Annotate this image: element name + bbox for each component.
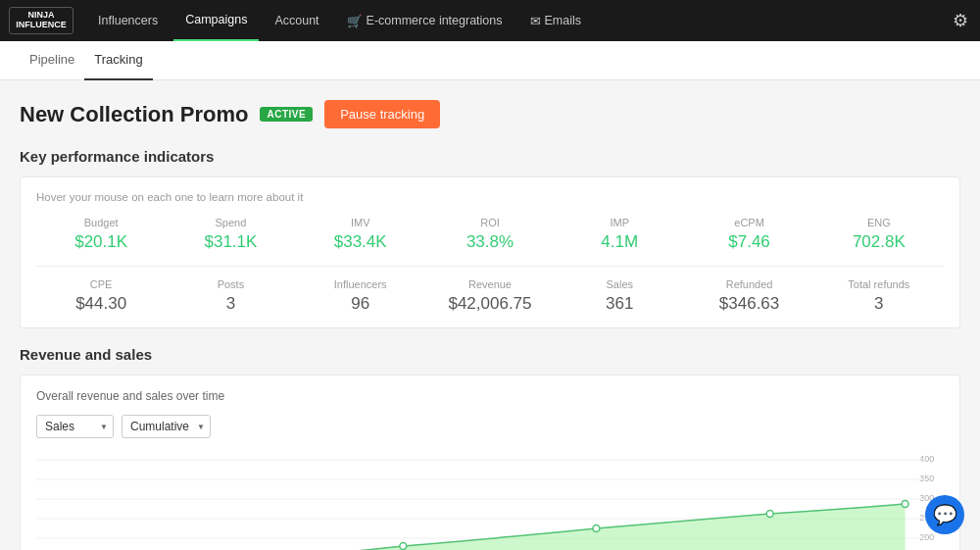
kpi-imv-value: $33.4K — [296, 232, 425, 252]
revenue-chart: 400 350 300 250 200 150 100 50 — [36, 450, 944, 550]
kpi-ecpm-value: $7.46 — [684, 232, 813, 252]
kpi-budget-value: $20.1K — [36, 232, 166, 252]
kpi-imv[interactable]: IMV $33.4K — [296, 217, 425, 252]
metric-select[interactable]: Sales Revenue — [36, 415, 114, 438]
kpi-ecpm-label: eCPM — [684, 217, 813, 228]
kpi-revenue-label: Revenue — [425, 278, 555, 290]
nav-account-label: Account — [274, 14, 318, 27]
kpi-budget-label: Budget — [36, 217, 166, 228]
kpi-influencers-value: 96 — [296, 294, 425, 314]
page-title: New Collection Promo — [20, 102, 248, 127]
revenue-section-title: Revenue and sales — [20, 346, 960, 363]
metric-select-wrapper: Sales Revenue — [36, 415, 114, 438]
chart-container: 400 350 300 250 200 150 100 50 — [36, 450, 944, 550]
svg-text:400: 400 — [919, 454, 934, 464]
kpi-ecpm[interactable]: eCPM $7.46 — [684, 217, 813, 252]
kpi-total-refunds-value: 3 — [814, 294, 944, 314]
kpi-revenue-value: $42,006.75 — [425, 294, 555, 314]
kpi-refunded-label: Refunded — [684, 278, 813, 290]
kpi-section: Key performance indicators Hover your mo… — [20, 148, 960, 328]
kpi-roi-value: 33.8% — [425, 232, 555, 252]
kpi-influencers[interactable]: Influencers 96 — [296, 278, 425, 314]
nav-emails[interactable]: ✉ Emails — [518, 0, 594, 41]
chat-icon: 💬 — [933, 503, 957, 526]
kpi-posts-label: Posts — [166, 278, 295, 290]
nav-ecommerce-label: E-commerce integrations — [367, 14, 503, 27]
kpi-sales-value: 361 — [555, 294, 684, 314]
tab-pipeline[interactable]: Pipeline — [20, 41, 84, 80]
email-icon: ✉ — [530, 14, 541, 28]
nav-campaigns-label: Campaigns — [185, 13, 247, 26]
nav-ecommerce[interactable]: 🛒 E-commerce integrations — [335, 0, 514, 41]
kpi-imp[interactable]: IMP 4.1M — [555, 217, 684, 252]
kpi-roi[interactable]: ROI 33.8% — [425, 217, 555, 252]
main-nav: Influencers Campaigns Account 🛒 E-commer… — [86, 0, 953, 41]
chart-controls: Sales Revenue Cumulative Daily — [36, 415, 944, 438]
top-navigation: NINJAINFLUENCE Influencers Campaigns Acc… — [0, 0, 980, 41]
kpi-total-refunds-label: Total refunds — [814, 278, 944, 290]
svg-text:350: 350 — [919, 474, 934, 483]
kpi-eng-label: ENG — [814, 217, 944, 228]
kpi-row-2: CPE $44.30 Posts 3 Influencers 96 Revenu… — [36, 278, 944, 314]
kpi-spend-label: Spend — [166, 217, 295, 228]
revenue-section: Revenue and sales Overall revenue and sa… — [20, 346, 960, 550]
page-header: New Collection Promo ACTIVE Pause tracki… — [20, 100, 960, 128]
nav-influencers-label: Influencers — [98, 14, 158, 27]
pause-tracking-button[interactable]: Pause tracking — [324, 100, 440, 128]
kpi-influencers-label: Influencers — [296, 278, 425, 290]
nav-account[interactable]: Account — [263, 0, 330, 41]
revenue-card: Overall revenue and sales over time Sale… — [20, 375, 960, 550]
logo-text: NINJAINFLUENCE — [9, 7, 74, 34]
sub-navigation: Pipeline Tracking — [0, 41, 980, 80]
main-content: New Collection Promo ACTIVE Pause tracki… — [0, 80, 980, 550]
nav-influencers[interactable]: Influencers — [86, 0, 170, 41]
kpi-section-title: Key performance indicators — [20, 148, 960, 165]
kpi-hint: Hover your mouse on each one to learn mo… — [36, 191, 944, 203]
svg-point-21 — [902, 501, 908, 508]
kpi-spend-value: $31.1K — [166, 232, 295, 252]
kpi-total-refunds[interactable]: Total refunds 3 — [814, 278, 944, 314]
kpi-refunded[interactable]: Refunded $346.63 — [684, 278, 813, 314]
svg-point-19 — [593, 525, 600, 532]
kpi-row-1: Budget $20.1K Spend $31.1K IMV $33.4K RO… — [36, 217, 944, 267]
svg-point-18 — [400, 543, 407, 550]
chat-bubble[interactable]: 💬 — [925, 495, 964, 534]
nav-campaigns[interactable]: Campaigns — [173, 0, 259, 41]
chart-subtitle: Overall revenue and sales over time — [36, 389, 944, 403]
kpi-roi-label: ROI — [425, 217, 555, 228]
kpi-refunded-value: $346.63 — [684, 294, 813, 314]
kpi-posts-value: 3 — [166, 294, 295, 314]
kpi-sales-label: Sales — [555, 278, 684, 290]
kpi-cpe-value: $44.30 — [36, 294, 166, 314]
logo[interactable]: NINJAINFLUENCE — [12, 5, 71, 36]
kpi-imp-value: 4.1M — [555, 232, 684, 252]
kpi-revenue[interactable]: Revenue $42,006.75 — [425, 278, 555, 314]
kpi-sales[interactable]: Sales 361 — [555, 278, 684, 314]
svg-text:200: 200 — [919, 532, 934, 542]
kpi-spend[interactable]: Spend $31.1K — [166, 217, 295, 252]
cart-icon: 🛒 — [347, 14, 363, 28]
kpi-budget[interactable]: Budget $20.1K — [36, 217, 166, 252]
kpi-cpe[interactable]: CPE $44.30 — [36, 278, 166, 314]
tab-tracking[interactable]: Tracking — [84, 41, 152, 80]
svg-point-20 — [766, 511, 773, 518]
settings-icon[interactable]: ⚙ — [953, 10, 968, 31]
nav-emails-label: Emails — [545, 14, 582, 27]
active-badge: ACTIVE — [260, 107, 313, 122]
kpi-imv-label: IMV — [296, 217, 425, 228]
kpi-eng[interactable]: ENG 702.8K — [814, 217, 944, 252]
kpi-card: Hover your mouse on each one to learn mo… — [20, 176, 960, 328]
kpi-posts[interactable]: Posts 3 — [166, 278, 295, 314]
aggregation-select-wrapper: Cumulative Daily — [122, 415, 211, 438]
aggregation-select[interactable]: Cumulative Daily — [122, 415, 211, 438]
kpi-imp-label: IMP — [555, 217, 684, 228]
kpi-eng-value: 702.8K — [814, 232, 944, 252]
kpi-cpe-label: CPE — [36, 278, 166, 290]
